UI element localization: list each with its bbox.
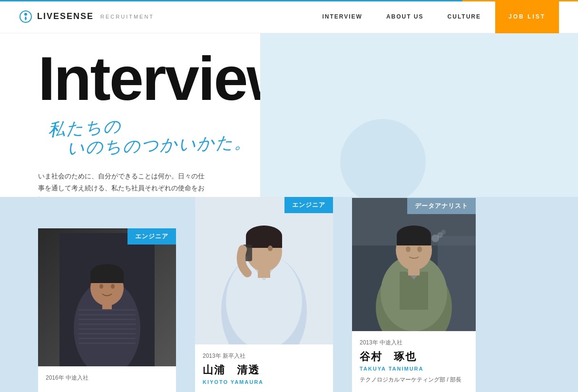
svg-rect-6 [78,319,136,320]
logo-text: LIVESENSE [37,11,94,21]
card-3-name-en: TAKUYA TANIMURA [360,366,468,372]
card-2[interactable]: エンジニア 2013年 新卒入社 山浦 清透 KIYOTO YAMAURA [195,197,333,392]
card-1-badge: エンジニア [127,228,176,245]
circle-decoration [340,119,426,205]
card-3-name-jp: 谷村 琢也 [360,350,468,364]
svg-point-38 [406,246,411,252]
svg-point-26 [268,245,273,251]
job-list-button[interactable]: JOB LIST [495,0,559,33]
card-3-info: 2013年 中途入社 谷村 琢也 TAKUYA TANIMURA テクノロジカル… [352,331,476,392]
card-1-year: 2016年 中途入社 [46,374,168,382]
main-nav: INTERVIEW ABOUT US CULTURE [322,13,481,20]
card-3-image: データアナリスト [352,198,476,331]
cards-section: エンジニア 2016年 中途入社 [38,197,540,392]
svg-rect-10 [78,338,136,339]
person-1-silhouette [59,233,155,366]
card-1-image: エンジニア [38,228,176,366]
nav-culture[interactable]: CULTURE [448,13,481,20]
card-2-badge: エンジニア [284,197,333,213]
svg-point-17 [111,284,115,289]
recruitment-label: RECRUITMENT [100,14,154,20]
card-3[interactable]: データアナリスト 2013年 中途入社 谷村 琢也 TAKUYA TANIMUR… [352,198,476,392]
hero-subtitle: 私たちの いのちのつかいかた。 [48,105,578,151]
card-1[interactable]: エンジニア 2016年 中途入社 [38,228,176,392]
svg-rect-7 [78,323,136,325]
card-2-info: 2013年 新卒入社 山浦 清透 KIYOTO YAMAURA [195,344,333,392]
svg-point-1 [24,13,27,16]
card-2-year: 2013年 新卒入社 [203,352,325,360]
hero-section: Interview 私たちの いのちのつかいかた。 いま社会のために、自分ができ… [0,33,578,216]
card-2-image: エンジニア [195,197,333,344]
svg-rect-8 [78,328,136,330]
nav-about-us[interactable]: ABOUT US [386,13,424,20]
svg-point-16 [99,284,103,289]
logo-area: LIVESENSE RECRUITMENT [19,10,154,23]
nav-interview[interactable]: INTERVIEW [322,13,362,20]
svg-point-42 [441,230,446,235]
card-3-badge: データアナリスト [407,198,476,214]
svg-rect-5 [78,314,136,315]
card-2-name-en: KIYOTO YAMAURA [203,379,325,385]
header: LIVESENSE RECRUITMENT INTERVIEW ABOUT US… [0,0,578,33]
svg-rect-37 [397,235,431,245]
card-2-name-jp: 山浦 清透 [203,363,325,377]
svg-point-39 [417,246,422,252]
svg-rect-9 [78,333,136,334]
svg-rect-11 [78,343,136,344]
card-3-year: 2013年 中途入社 [360,339,468,347]
svg-rect-15 [90,274,124,283]
card-1-info: 2016年 中途入社 [38,366,176,392]
livesense-logo-icon [19,10,32,23]
card-3-desc: テクノロジカルマーケティング部 / 部長 [360,375,468,384]
svg-rect-4 [78,309,136,311]
